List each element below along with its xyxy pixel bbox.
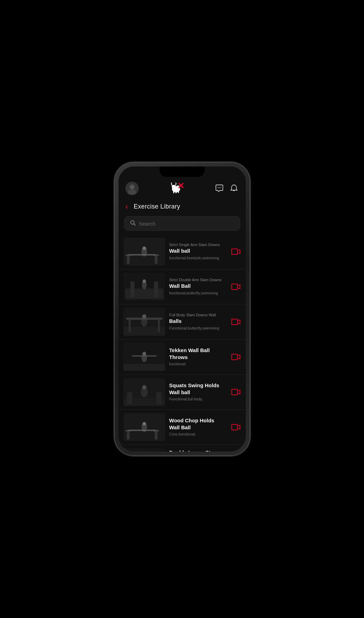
exercise-thumbnail <box>123 273 165 301</box>
exercise-thumbnail <box>123 413 165 441</box>
exercise-info: Tekken Wall Ball Throws functional <box>169 347 226 367</box>
video-icon[interactable] <box>230 318 241 326</box>
list-item[interactable]: Strict Single Arm Slam Downs Wall ball f… <box>119 234 246 269</box>
search-bar[interactable]: Search <box>124 216 240 231</box>
svg-rect-25 <box>232 249 237 254</box>
exercise-tags: Functional,butterfly,swimming <box>169 326 226 331</box>
exercise-name: Wall ball <box>169 247 226 254</box>
svg-rect-37 <box>158 318 160 332</box>
svg-point-14 <box>220 187 221 188</box>
exercise-info: Strict Single Arm Slam Downs Wall ball f… <box>169 243 226 261</box>
video-icon[interactable] <box>230 247 241 256</box>
top-icons <box>215 184 239 193</box>
svg-rect-54 <box>232 389 237 395</box>
svg-rect-63 <box>232 424 237 430</box>
svg-point-13 <box>219 187 219 188</box>
exercise-tags: functional <box>169 361 226 367</box>
svg-point-62 <box>143 422 146 425</box>
svg-point-2 <box>128 189 136 195</box>
exercise-thumbnail <box>123 238 165 266</box>
exercise-info: Strict Double Arm Slam Downs Wall Ball f… <box>169 278 226 296</box>
exercise-name: Wall Ball <box>169 283 226 290</box>
svg-rect-51 <box>156 392 162 404</box>
exercise-subtitle: Strict Double Arm Slam Downs <box>169 278 226 282</box>
svg-rect-64 <box>123 448 165 452</box>
exercise-thumbnail <box>123 308 165 336</box>
exercise-subtitle: Full Body Slam Downs Wall <box>169 313 226 317</box>
svg-point-53 <box>142 385 146 389</box>
exercise-tags: functional,freestyle,swimming <box>169 255 226 261</box>
video-icon[interactable] <box>230 388 241 396</box>
notch <box>160 166 205 177</box>
svg-rect-29 <box>154 282 158 297</box>
avatar[interactable] <box>126 182 139 195</box>
exercise-subtitle: Strict Single Arm Slam Downs <box>169 243 226 247</box>
phone-frame: ‹ Exercise Library Search Strict Single … <box>114 162 250 456</box>
video-icon[interactable] <box>230 353 241 361</box>
list-item[interactable]: Tekken Wall Ball Throws functional <box>119 340 246 375</box>
list-item[interactable]: Full Body Slam Downs Wall Balls Function… <box>119 304 246 340</box>
video-icon[interactable] <box>230 423 241 431</box>
svg-point-12 <box>217 187 218 188</box>
svg-rect-56 <box>127 431 130 439</box>
svg-rect-47 <box>232 354 237 360</box>
exercise-thumbnail <box>123 343 165 371</box>
back-button[interactable]: ‹ <box>126 202 128 211</box>
video-icon[interactable] <box>230 283 241 291</box>
list-item[interactable]: Strict Double Arm Slam Downs Wall Ball f… <box>119 269 246 304</box>
exercise-thumbnail <box>123 448 165 452</box>
exercise-name: Squats Swing Holds Wall ball <box>169 382 226 396</box>
svg-rect-33 <box>232 284 237 290</box>
svg-rect-58 <box>155 431 157 439</box>
svg-point-24 <box>143 246 146 250</box>
exercise-tags: functional,butterfly,swimming <box>169 291 226 296</box>
list-item[interactable]: Double Lunge Step Russian Throw Burpee W… <box>119 445 246 452</box>
app-logo <box>167 180 186 196</box>
svg-rect-6 <box>173 191 174 193</box>
exercise-info: Full Body Slam Downs Wall Balls Function… <box>169 313 226 331</box>
svg-rect-20 <box>155 255 157 264</box>
phone-screen: ‹ Exercise Library Search Strict Single … <box>119 166 246 452</box>
svg-rect-8 <box>178 190 179 193</box>
svg-rect-41 <box>232 319 237 325</box>
exercise-name: Tekken Wall Ball Throws <box>169 347 226 360</box>
svg-point-46 <box>143 352 146 355</box>
list-item[interactable]: Squats Swing Holds Wall ball Functional,… <box>119 375 246 410</box>
exercise-info: Squats Swing Holds Wall ball Functional,… <box>169 382 226 402</box>
page-title: Exercise Library <box>134 203 180 210</box>
svg-rect-7 <box>175 191 176 193</box>
svg-rect-36 <box>129 318 131 332</box>
exercise-tags: Core,functional, <box>169 432 226 437</box>
exercise-thumbnail <box>123 378 165 406</box>
exercise-tags: Functional,full body, <box>169 397 226 402</box>
svg-line-16 <box>134 224 135 225</box>
svg-rect-28 <box>130 282 135 297</box>
exercise-name: Balls <box>169 318 226 325</box>
exercise-list: Strict Single Arm Slam Downs Wall ball f… <box>119 234 246 452</box>
screen: ‹ Exercise Library Search Strict Single … <box>119 166 246 452</box>
exercise-name: Double Lunge Step Russian Throw Burpee W… <box>169 449 226 452</box>
svg-rect-18 <box>127 255 130 264</box>
svg-point-40 <box>142 314 146 318</box>
svg-rect-43 <box>123 364 165 371</box>
svg-point-1 <box>130 185 135 189</box>
search-icon <box>130 220 136 227</box>
exercise-info: Wood Chop Holds Wall Ball Core,functiona… <box>169 417 226 437</box>
svg-point-31 <box>143 279 146 283</box>
header: ‹ Exercise Library <box>119 200 246 215</box>
exercise-info: Double Lunge Step Russian Throw Burpee W… <box>169 449 226 452</box>
list-item[interactable]: Wood Chop Holds Wall Ball Core,functiona… <box>119 410 246 445</box>
bell-icon[interactable] <box>229 184 239 193</box>
exercise-name: Wood Chop Holds Wall Ball <box>169 417 226 431</box>
chat-icon[interactable] <box>215 184 224 193</box>
svg-rect-50 <box>127 392 132 404</box>
search-placeholder: Search <box>139 221 156 227</box>
